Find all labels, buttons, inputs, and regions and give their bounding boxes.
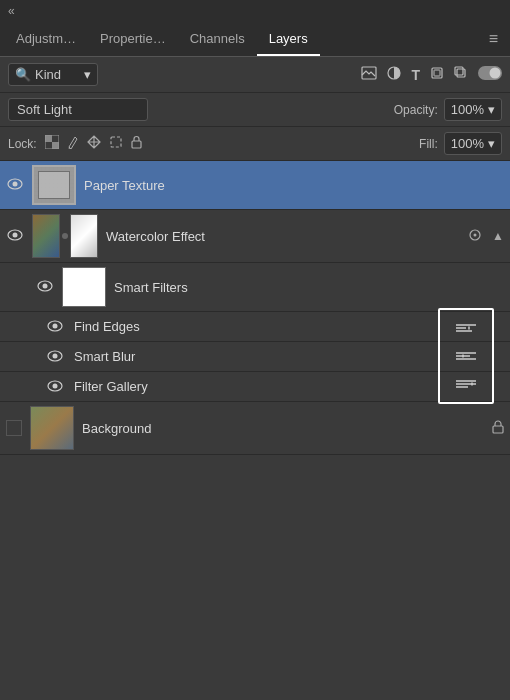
filter-toggle-icon[interactable]: [478, 66, 502, 83]
visibility-icon[interactable]: [46, 379, 64, 395]
lock-position-icon[interactable]: [87, 135, 101, 152]
svg-rect-5: [455, 67, 463, 75]
layer-group-thumbnail: [32, 214, 98, 258]
fill-arrow: ▾: [488, 136, 495, 151]
visibility-icon[interactable]: [6, 177, 24, 193]
filter-adjustment-icon[interactable]: [387, 66, 401, 83]
collapse-arrows-icon[interactable]: «: [8, 4, 15, 18]
svg-point-16: [13, 233, 18, 238]
smart-filter-thumbnail: [62, 267, 106, 307]
lock-artboard-icon[interactable]: [109, 135, 123, 152]
opacity-label: Opacity:: [394, 103, 438, 117]
group-collapse-icon[interactable]: ▲: [492, 229, 504, 243]
lock-row: Lock:: [0, 127, 510, 161]
opacity-group: Opacity: 100% ▾: [394, 98, 502, 121]
svg-rect-8: [45, 135, 52, 142]
visibility-icon[interactable]: [36, 279, 54, 295]
fill-value[interactable]: 100% ▾: [444, 132, 502, 155]
smart-filters-row[interactable]: Smart Filters: [0, 263, 510, 312]
opacity-arrow: ▾: [488, 102, 495, 117]
layer-group-row[interactable]: Watercolor Effect ▲: [0, 210, 510, 263]
filter-control-icon-3[interactable]: [454, 377, 478, 392]
layers-panel: « Adjustm… Propertie… Channels Layers ≡ …: [0, 0, 510, 700]
visibility-icon[interactable]: [6, 228, 24, 244]
blend-mode-row: Soft Light Opacity: 100% ▾: [0, 93, 510, 127]
filter-artboard-icon[interactable]: [454, 66, 468, 83]
layers-list: Paper Texture Watercolor Effect: [0, 161, 510, 700]
blend-mode-label: Soft Light: [17, 102, 72, 117]
filter-control-icon-2[interactable]: [454, 349, 478, 364]
tab-channels[interactable]: Channels: [178, 23, 257, 56]
svg-rect-40: [493, 426, 503, 433]
tab-layers[interactable]: Layers: [257, 23, 320, 56]
panel-menu-icon[interactable]: ≡: [481, 22, 506, 56]
opacity-value[interactable]: 100% ▾: [444, 98, 502, 121]
link-icon[interactable]: [468, 228, 482, 245]
lock-icons: [45, 135, 142, 152]
svg-rect-11: [111, 137, 121, 147]
filter-text-icon[interactable]: T: [411, 67, 420, 83]
filter-gallery-row[interactable]: Filter Gallery: [0, 372, 510, 402]
filter-row: 🔍 Kind ▾ T: [0, 57, 510, 93]
svg-point-14: [13, 182, 18, 187]
svg-point-39: [53, 383, 58, 388]
background-lock-icon: [492, 420, 504, 437]
filter-control-icon-1[interactable]: [454, 321, 478, 336]
smart-blur-row[interactable]: Smart Blur: [0, 342, 510, 372]
svg-point-23: [53, 323, 58, 328]
kind-dropdown-arrow: ▾: [84, 67, 91, 82]
svg-point-17: [62, 233, 68, 239]
kind-dropdown[interactable]: 🔍 Kind ▾: [8, 63, 98, 86]
svg-rect-9: [52, 142, 59, 149]
smart-filters-label: Smart Filters: [114, 280, 504, 295]
top-bar: «: [0, 0, 510, 22]
tab-adjustments[interactable]: Adjustm…: [4, 23, 88, 56]
fill-label: Fill:: [419, 137, 438, 151]
svg-rect-3: [434, 70, 440, 76]
search-icon: 🔍: [15, 67, 31, 82]
find-edges-row[interactable]: Find Edges: [0, 312, 510, 342]
smart-filters-container: Smart Filters Find Edges: [0, 263, 510, 402]
filter-shape-icon[interactable]: [430, 66, 444, 83]
lock-image-icon[interactable]: [67, 135, 79, 152]
filter-icons: T: [361, 66, 502, 83]
visibility-icon[interactable]: [46, 319, 64, 335]
kind-label: Kind: [35, 67, 61, 82]
background-layer-row[interactable]: Background: [0, 402, 510, 455]
lock-transparency-icon[interactable]: [45, 135, 59, 152]
visibility-icon[interactable]: [46, 349, 64, 365]
layer-name: Paper Texture: [84, 178, 504, 193]
filter-controls-box: [438, 308, 494, 404]
background-layer-name: Background: [82, 421, 484, 436]
svg-rect-4: [457, 69, 465, 77]
background-layer-thumbnail: [30, 406, 74, 450]
lock-all-icon[interactable]: [131, 135, 142, 152]
lock-label: Lock:: [8, 137, 37, 151]
svg-point-7: [490, 68, 501, 79]
layer-name: Watercolor Effect: [106, 229, 460, 244]
fill-group: Fill: 100% ▾: [419, 132, 502, 155]
layer-thumbnail: [32, 165, 76, 205]
layer-visibility-checkbox[interactable]: [6, 420, 22, 436]
filter-image-icon[interactable]: [361, 66, 377, 83]
svg-point-37: [53, 353, 58, 358]
svg-point-19: [474, 233, 477, 236]
svg-rect-12: [132, 141, 141, 148]
blend-mode-dropdown[interactable]: Soft Light: [8, 98, 148, 121]
layer-row[interactable]: Paper Texture: [0, 161, 510, 210]
panel-tabs: Adjustm… Propertie… Channels Layers ≡: [0, 22, 510, 57]
tab-properties[interactable]: Propertie…: [88, 23, 178, 56]
svg-point-21: [43, 284, 48, 289]
